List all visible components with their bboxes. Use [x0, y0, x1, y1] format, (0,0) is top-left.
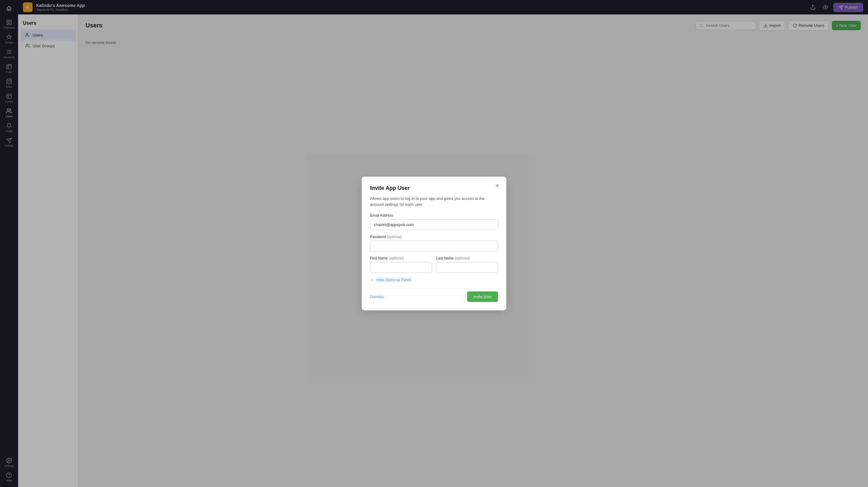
name-form-row: First Name (optional) Last Name (optiona…	[370, 256, 498, 278]
password-form-group: Password (optional)	[370, 235, 498, 251]
invite-user-button[interactable]: Invite User	[467, 292, 498, 302]
password-input[interactable]	[370, 241, 498, 251]
first-name-label: First Name (optional)	[370, 256, 432, 261]
first-name-input[interactable]	[370, 262, 432, 273]
dismiss-button[interactable]: Dismiss	[370, 295, 384, 299]
modal-title: Invite App User	[370, 185, 498, 191]
first-name-form-group: First Name (optional)	[370, 256, 432, 273]
hide-optional-fields-button[interactable]: Hide Optional Fields	[370, 278, 498, 282]
email-form-group: Email Address	[370, 213, 498, 230]
chevron-up-icon	[370, 278, 374, 282]
invite-user-modal: Invite App User Allows app users to log …	[362, 177, 506, 310]
modal-close-button[interactable]	[493, 181, 501, 190]
hide-optional-label: Hide Optional Fields	[376, 278, 411, 282]
last-name-input[interactable]	[436, 262, 498, 273]
last-name-label: Last Name (optional)	[436, 256, 498, 261]
modal-description: Allows app users to log in to your app a…	[370, 195, 498, 207]
email-input[interactable]	[370, 219, 498, 230]
password-label: Password (optional)	[370, 235, 498, 239]
last-name-form-group: Last Name (optional)	[436, 256, 498, 273]
email-label: Email Address	[370, 213, 498, 218]
modal-footer: Dismiss Invite User	[370, 288, 498, 302]
modal-overlay[interactable]: Invite App User Allows app users to log …	[0, 0, 868, 487]
